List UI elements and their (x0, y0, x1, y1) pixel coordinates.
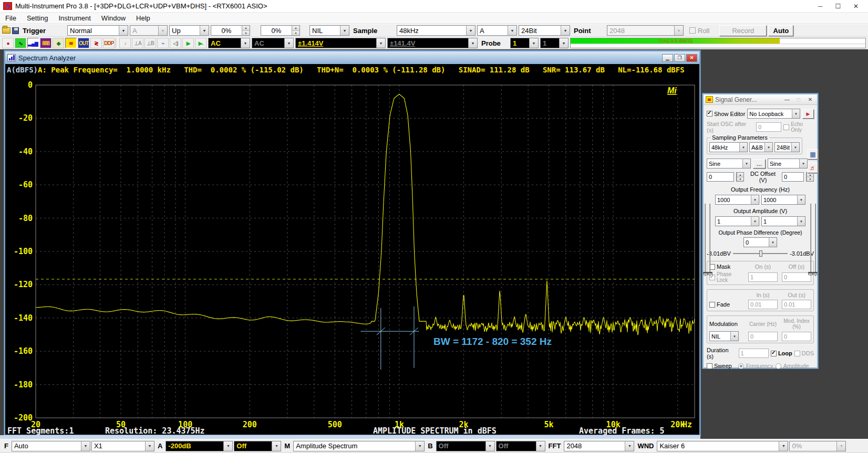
mask-checkbox[interactable]: Mask (709, 264, 744, 270)
phase-select[interactable]: 0▼ (743, 237, 777, 247)
trigger-delay-spin[interactable]: 0% ▲▼ (261, 25, 300, 36)
generator-bits-select[interactable]: 24Bit▼ (774, 142, 800, 152)
sweep-checkbox[interactable]: Sweep (707, 363, 732, 369)
amplitude-a-select[interactable]: 1▼ (715, 216, 759, 226)
multimeter-icon[interactable]: 888 (40, 38, 51, 48)
display-mode-select[interactable]: Amplitude Spectrum▼ (293, 441, 425, 451)
chevron-down-icon[interactable]: ▼ (799, 159, 807, 168)
spinner-arrows[interactable]: ▲▼ (242, 26, 250, 35)
chevron-down-icon[interactable]: ▼ (340, 26, 349, 35)
spectrum-analyzer-icon[interactable]: ▂▄▆ (27, 38, 39, 48)
chevron-down-icon[interactable]: ▼ (466, 26, 475, 35)
frequency-b-select[interactable]: 1000▼ (761, 195, 805, 205)
chevron-down-icon[interactable]: ▼ (764, 143, 772, 152)
waveform-b-select[interactable]: Sine▼ (768, 159, 808, 168)
chevron-down-icon[interactable]: ▼ (508, 26, 516, 35)
amplitude-b-select[interactable]: 1▼ (761, 216, 805, 226)
level-slider-handle-a1[interactable] (703, 272, 708, 275)
trigger-mode-select[interactable]: Normal▼ (67, 25, 128, 36)
open-file-icon[interactable] (2, 27, 11, 34)
sample-rate-select[interactable]: 48kHz▼ (397, 25, 476, 36)
signal-generator-titlebar[interactable]: ≋ Signal Gener... — □ ✕ (704, 94, 817, 105)
device-output-icon[interactable]: OUT (78, 38, 89, 48)
menu-instrument[interactable]: Instrument (53, 14, 96, 22)
signal-generator-icon[interactable]: ≋ (65, 38, 77, 48)
generator-channels-select[interactable]: A&B▼ (749, 142, 773, 152)
chevron-down-icon[interactable]: ▼ (376, 38, 385, 48)
oscilloscope-icon[interactable]: ∿ (15, 38, 26, 48)
slider-handle[interactable] (759, 250, 762, 257)
chevron-down-icon[interactable]: ▼ (561, 26, 570, 35)
close-button[interactable]: ✕ (805, 97, 815, 102)
level-slider-track-b1[interactable] (810, 204, 811, 276)
trigger-level-spin[interactable]: 0% ▲▼ (211, 25, 250, 36)
derived-data-icon[interactable]: ≷ (90, 38, 102, 48)
window-function-select[interactable]: Kaiser 6▼ (657, 441, 788, 451)
probe-a-select[interactable]: 1▼ (510, 38, 539, 48)
spectrum-3d-plot-icon[interactable]: ◈ (53, 38, 64, 48)
minimize-button[interactable]: — (782, 97, 792, 102)
dc-a-spinner[interactable]: ▲▼ (736, 172, 744, 182)
chevron-down-icon[interactable]: ▼ (272, 441, 281, 451)
maximize-button[interactable]: ☐ (829, 3, 847, 10)
chevron-down-icon[interactable]: ▼ (739, 143, 747, 152)
fft-size-select[interactable]: 2048▼ (564, 441, 634, 451)
record-icon[interactable]: ● (2, 38, 14, 48)
chevron-down-icon[interactable]: ▼ (119, 26, 128, 35)
sample-channel-select[interactable]: A▼ (477, 25, 517, 36)
music-score-button[interactable]: ♬ (808, 163, 818, 173)
minimize-button[interactable]: ─ (811, 3, 829, 10)
chevron-down-icon[interactable]: ▼ (415, 441, 424, 451)
modulation-type-select[interactable]: NIL▼ (709, 331, 739, 341)
speaker-icon[interactable]: ◁) (170, 38, 181, 48)
chevron-down-icon[interactable]: ▼ (223, 441, 232, 451)
menu-setting[interactable]: Setting (22, 14, 53, 22)
chevron-down-icon[interactable]: ▼ (751, 195, 759, 204)
a-reference-select[interactable]: Off▼ (234, 441, 281, 451)
chevron-down-icon[interactable]: ▼ (751, 217, 759, 226)
spectrum-analyzer-titlebar[interactable]: Spectrum Analyzer ▁ ❐ ✕ (5, 51, 699, 64)
chevron-down-icon[interactable]: ▼ (241, 38, 250, 48)
ddp-viewer-icon[interactable]: DDP (103, 38, 115, 48)
menu-help[interactable]: Help (131, 14, 156, 22)
level-slider-track-a2[interactable] (709, 204, 710, 276)
save-file-icon[interactable] (12, 27, 19, 34)
chevron-down-icon[interactable]: ▼ (797, 195, 805, 204)
level-slider-track-a1[interactable] (705, 204, 706, 276)
show-editor-checkbox[interactable]: Show Editor (707, 111, 745, 117)
chevron-down-icon[interactable]: ▼ (769, 238, 777, 247)
dc-offset-a-field[interactable]: 0 (707, 172, 734, 182)
chevron-down-icon[interactable]: ▼ (81, 441, 90, 451)
loopback-select[interactable]: No Loopback▼ (747, 109, 800, 119)
generator-rate-select[interactable]: 48kHz▼ (709, 142, 748, 152)
menu-file[interactable]: File (0, 14, 22, 22)
menu-window[interactable]: Window (96, 14, 131, 22)
close-button[interactable]: ✕ (686, 54, 697, 62)
waveform-editor-button[interactable]: ... (753, 159, 766, 168)
range-a-select[interactable]: ±1.414V▼ (295, 38, 386, 48)
chevron-down-icon[interactable]: ▼ (145, 441, 154, 451)
coupling-a-select[interactable]: AC▼ (208, 38, 250, 48)
chevron-down-icon[interactable]: ▼ (797, 217, 805, 226)
chevron-down-icon[interactable]: ▼ (529, 38, 538, 48)
frequency-axis-select[interactable]: Auto▼ (12, 441, 90, 451)
sound-device-icon[interactable]: ♪ (119, 38, 131, 48)
chevron-down-icon[interactable]: ▼ (200, 26, 209, 35)
loop-checkbox[interactable]: Loop (771, 350, 792, 356)
play-output-icon[interactable]: ▶. (195, 38, 206, 48)
close-button[interactable]: ✕ (847, 3, 865, 10)
chevron-down-icon[interactable]: ▼ (779, 441, 788, 451)
waveform-a-select[interactable]: Sine▼ (707, 159, 751, 168)
save-signal-button[interactable]: ▦ (808, 149, 818, 160)
chevron-down-icon[interactable]: ▼ (742, 159, 750, 168)
minimize-button[interactable]: ▁ (662, 54, 673, 62)
dc-b-spinner[interactable]: ▲▼ (806, 172, 814, 182)
trigger-edge-select[interactable]: Up▼ (169, 25, 209, 36)
chevron-down-icon[interactable]: ▼ (791, 143, 799, 152)
fade-checkbox[interactable]: Fade (709, 301, 744, 308)
generator-run-button[interactable]: ▶ (802, 109, 814, 119)
sample-bits-select[interactable]: 24Bit▼ (519, 25, 570, 36)
a-range-select[interactable]: -200dB▼ (166, 441, 233, 451)
ground-a-icon[interactable]: ⊥A (132, 38, 143, 48)
ground-b-icon[interactable]: ⊥B (144, 38, 156, 48)
